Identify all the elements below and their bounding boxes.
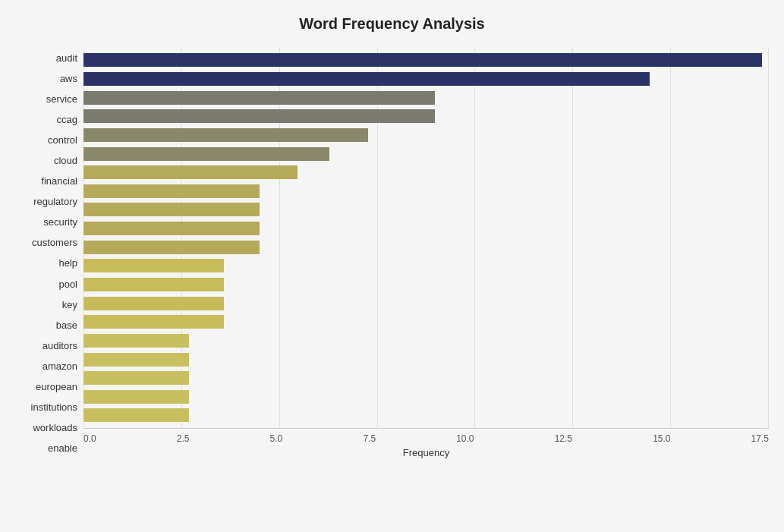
x-tick: 2.5 [177,433,190,444]
y-label: base [56,320,77,330]
y-axis-labels: auditawsserviceccagcontrolcloudfinancial… [15,48,83,458]
bar-row [83,164,769,181]
bar [83,334,189,348]
x-tick: 7.5 [363,433,376,444]
x-tick: 0.0 [83,433,96,444]
bars-area [83,48,769,428]
bars-and-x-area: 0.02.55.07.510.012.515.017.5 Frequency [83,48,769,458]
y-label: auditors [43,341,77,351]
x-axis: 0.02.55.07.510.012.515.017.5 [83,428,769,444]
bar [83,259,224,272]
bar-row [83,127,769,143]
bar [83,278,224,291]
bar-row [83,351,769,368]
bar [83,297,224,310]
bar [83,241,260,254]
bar-row [83,276,769,293]
bar-row [83,313,769,330]
y-label: customers [32,238,77,247]
y-label: service [46,94,77,104]
bar [83,390,189,404]
bars-wrapper [83,48,769,428]
bar-row [83,407,769,423]
bar-row [83,71,769,87]
y-label: pool [58,279,77,289]
y-label: amazon [43,361,77,371]
bar-row [83,370,769,386]
bar [83,353,189,367]
bar-row [83,146,769,162]
bar [83,109,435,123]
y-label: aws [60,74,77,83]
bar [83,371,189,385]
bar-row [83,52,769,68]
x-axis-label: Frequency [83,447,769,458]
x-tick: 10.0 [456,433,474,444]
bar-row [83,257,769,274]
bar [83,147,329,161]
y-label: workloads [33,423,77,433]
bar [83,128,368,142]
bar-row [83,90,769,106]
y-label: ccag [57,115,77,124]
bar [83,72,650,86]
bar-row [83,239,769,256]
bar [83,165,298,179]
bar-row [83,332,769,349]
chart-container: Word Frequency Analysis auditawsservicec… [0,0,784,532]
y-label: key [62,300,77,310]
bar [83,53,762,67]
x-tick: 5.0 [270,433,283,444]
bar [83,222,260,235]
y-label: control [48,135,77,145]
bar-row [83,108,769,124]
y-label: european [36,382,77,392]
y-label: regulatory [33,197,77,206]
chart-area: auditawsserviceccagcontrolcloudfinancial… [15,48,769,458]
bar-row [83,220,769,237]
y-label: enable [48,443,77,453]
x-tick: 12.5 [555,433,572,444]
bar [83,91,435,105]
bar [83,184,260,198]
bar-row [83,183,769,200]
y-label: institutions [31,402,77,412]
x-tick: 17.5 [751,433,769,444]
x-tick: 15.0 [653,433,670,444]
chart-title: Word Frequency Analysis [15,15,769,33]
y-label: cloud [54,156,77,165]
bar [83,408,189,422]
y-label: audit [56,53,77,63]
y-label: help [58,258,77,268]
bar-row [83,295,769,312]
y-label: security [43,217,77,227]
bar-row [83,201,769,218]
bar [83,203,260,216]
bar-row [83,389,769,405]
bar [83,315,224,329]
y-label: financial [41,176,77,186]
